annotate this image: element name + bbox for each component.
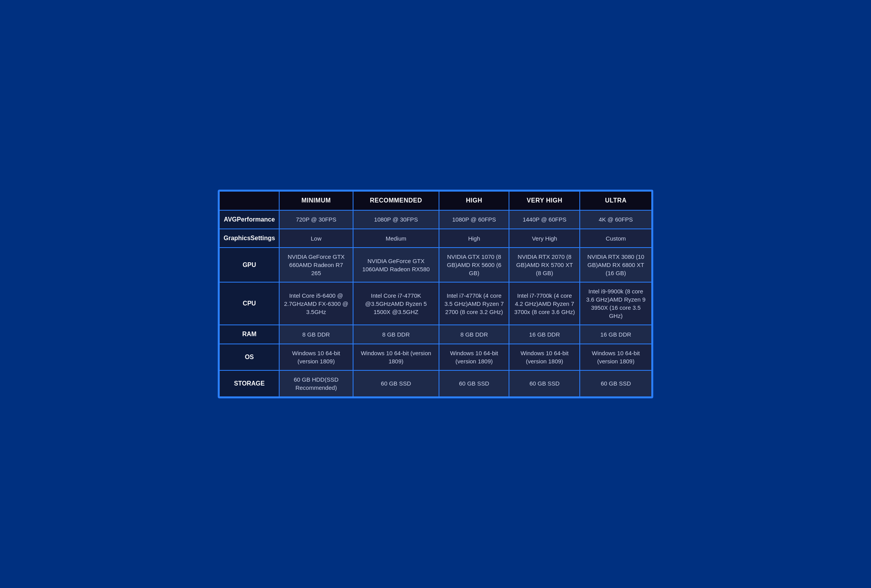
row-label-cpu: CPU <box>219 282 279 325</box>
cell-5-0: Windows 10 64-bit (version 1809) <box>279 344 353 370</box>
cell-2-2: NVIDIA GTX 1070 (8 GB)AMD RX 5600 (6 GB) <box>439 248 509 282</box>
cell-0-1: 1080P @ 30FPS <box>353 210 439 229</box>
cell-6-3: 60 GB SSD <box>509 370 580 397</box>
cell-2-1: NVIDIA GeForce GTX 1060AMD Radeon RX580 <box>353 248 439 282</box>
table-row: RAM8 GB DDR8 GB DDR8 GB DDR16 GB DDR16 G… <box>219 325 652 344</box>
header-row: MINIMUMRECOMMENDEDHIGHVERY HIGHULTRA <box>219 191 652 210</box>
cell-4-3: 16 GB DDR <box>509 325 580 344</box>
cell-5-4: Windows 10 64-bit (version 1809) <box>580 344 652 370</box>
table-body: AVGPerformance720P @ 30FPS1080P @ 30FPS1… <box>219 210 652 397</box>
cell-1-1: Medium <box>353 229 439 248</box>
header-minimum: MINIMUM <box>279 191 353 210</box>
header-high: HIGH <box>439 191 509 210</box>
table-row: OSWindows 10 64-bit (version 1809)Window… <box>219 344 652 370</box>
row-label-ram: RAM <box>219 325 279 344</box>
cell-5-1: Windows 10 64-bit (version 1809) <box>353 344 439 370</box>
table-row: CPUIntel Core i5-6400 @ 2.7GHzAMD FX-630… <box>219 282 652 325</box>
cell-6-0: 60 GB HDD(SSD Recommended) <box>279 370 353 397</box>
cell-0-4: 4K @ 60FPS <box>580 210 652 229</box>
row-label-avg-performance: AVGPerformance <box>219 210 279 229</box>
row-label-graphics-settings: GraphicsSettings <box>219 229 279 248</box>
row-label-os: OS <box>219 344 279 370</box>
cell-0-0: 720P @ 30FPS <box>279 210 353 229</box>
header-empty <box>219 191 279 210</box>
row-label-storage: STORAGE <box>219 370 279 397</box>
cell-5-2: Windows 10 64-bit (version 1809) <box>439 344 509 370</box>
specs-table: MINIMUMRECOMMENDEDHIGHVERY HIGHULTRA AVG… <box>219 191 652 397</box>
header-ultra: ULTRA <box>580 191 652 210</box>
cell-0-3: 1440P @ 60FPS <box>509 210 580 229</box>
cell-2-0: NVIDIA GeForce GTX 660AMD Radeon R7 265 <box>279 248 353 282</box>
cell-4-2: 8 GB DDR <box>439 325 509 344</box>
header-recommended: RECOMMENDED <box>353 191 439 210</box>
cell-3-0: Intel Core i5-6400 @ 2.7GHzAMD FX-6300 @… <box>279 282 353 325</box>
cell-2-4: NVIDIA RTX 3080 (10 GB)AMD RX 6800 XT (1… <box>580 248 652 282</box>
cell-3-4: Intel i9-9900k (8 core 3.6 GHz)AMD Ryzen… <box>580 282 652 325</box>
cell-3-3: Intel i7-7700k (4 core 4.2 GHz)AMD Ryzen… <box>509 282 580 325</box>
cell-6-1: 60 GB SSD <box>353 370 439 397</box>
cell-0-2: 1080P @ 60FPS <box>439 210 509 229</box>
cell-3-1: Intel Core i7-4770K @3.5GHzAMD Ryzen 5 1… <box>353 282 439 325</box>
header-very-high: VERY HIGH <box>509 191 580 210</box>
cell-6-4: 60 GB SSD <box>580 370 652 397</box>
cell-2-3: NVIDIA RTX 2070 (8 GB)AMD RX 5700 XT (8 … <box>509 248 580 282</box>
cell-5-3: Windows 10 64-bit (version 1809) <box>509 344 580 370</box>
row-label-gpu: GPU <box>219 248 279 282</box>
cell-4-1: 8 GB DDR <box>353 325 439 344</box>
table-row: AVGPerformance720P @ 30FPS1080P @ 30FPS1… <box>219 210 652 229</box>
cell-1-4: Custom <box>580 229 652 248</box>
cell-4-0: 8 GB DDR <box>279 325 353 344</box>
cell-1-0: Low <box>279 229 353 248</box>
cell-3-2: Intel i7-4770k (4 core 3.5 GHz)AMD Ryzen… <box>439 282 509 325</box>
specs-table-wrapper: MINIMUMRECOMMENDEDHIGHVERY HIGHULTRA AVG… <box>218 190 653 398</box>
cell-1-3: Very High <box>509 229 580 248</box>
cell-1-2: High <box>439 229 509 248</box>
table-row: STORAGE60 GB HDD(SSD Recommended)60 GB S… <box>219 370 652 397</box>
table-row: GPUNVIDIA GeForce GTX 660AMD Radeon R7 2… <box>219 248 652 282</box>
table-header: MINIMUMRECOMMENDEDHIGHVERY HIGHULTRA <box>219 191 652 210</box>
cell-4-4: 16 GB DDR <box>580 325 652 344</box>
cell-6-2: 60 GB SSD <box>439 370 509 397</box>
table-row: GraphicsSettingsLowMediumHighVery HighCu… <box>219 229 652 248</box>
